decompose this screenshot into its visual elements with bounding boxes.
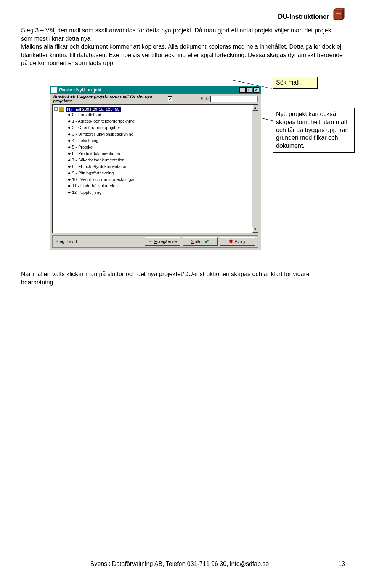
figure-area: Sök mall. Nytt projekt kan också skapas … xyxy=(21,77,345,263)
use-template-checkbox[interactable]: ✔ xyxy=(168,96,172,101)
close-button[interactable]: × xyxy=(253,87,259,93)
page-footer: Svensk Dataförvaltning AB, Telefon 031-7… xyxy=(21,558,345,567)
tree-item[interactable]: ◆0 - Försättsblad xyxy=(54,112,250,118)
tree-item[interactable]: ◆7 - Säkerhetsdokumentation xyxy=(54,157,250,163)
guide-window: 🛈 Guide - Nytt projekt _ □ × Använd ett … xyxy=(50,86,261,250)
search-input[interactable] xyxy=(210,96,258,102)
svg-rect-1 xyxy=(334,11,342,19)
footer-text: Svensk Dataförvaltning AB, Telefon 031-7… xyxy=(21,561,338,567)
window-titlebar: 🛈 Guide - Nytt projekt _ □ × xyxy=(50,86,261,94)
header-title: DU-Instruktioner xyxy=(278,13,329,21)
subheader-bar: Använd ett tidigare projekt som mall för… xyxy=(50,94,261,104)
tree-item[interactable]: ◆1 - Adress- och telefonförteckning xyxy=(54,118,250,125)
tree-item[interactable]: ◆5 - Protokoll xyxy=(54,144,250,150)
tree-panel: − Ny mall 2001.09.18, 123455 ◆0 - Försät… xyxy=(52,104,258,233)
scroll-up-icon[interactable]: ▲ xyxy=(252,105,258,111)
template-tree[interactable]: − Ny mall 2001.09.18, 123455 ◆0 - Försät… xyxy=(53,105,252,233)
x-icon: ✖ xyxy=(229,238,233,244)
tree-item[interactable]: ◆4 - Felsökning xyxy=(54,137,250,144)
search-label: Sök: xyxy=(201,96,209,101)
svg-rect-2 xyxy=(336,13,341,14)
callout-sok-mall: Sök mall. xyxy=(273,77,318,89)
tree-item[interactable]: ◆10 - Ventil- och rumsförteckningar xyxy=(54,176,250,183)
use-template-label: Använd ett tidigare projekt som mall för… xyxy=(53,94,166,103)
cancel-button[interactable]: ✖ Avbryt xyxy=(220,237,255,246)
tree-item[interactable]: ◆6 - Produktdokumentation xyxy=(54,150,250,157)
folder-icon xyxy=(59,107,64,112)
collapse-icon[interactable]: − xyxy=(54,107,58,111)
maximize-button[interactable]: □ xyxy=(246,87,252,93)
tree-item[interactable]: ◆2 - Orienterande uppgifter xyxy=(54,125,250,131)
paragraph-3: När mallen valts klickar man på slutför … xyxy=(21,270,345,286)
tree-root-label: Ny mall 2001.09.18, 123455 xyxy=(66,107,121,112)
arrow-left-icon: ← xyxy=(148,239,152,244)
paragraph-1: Steg 3 – Välj den mall som skall använda… xyxy=(21,26,345,67)
tree-item[interactable]: ◆8 - El- och Styrdokumentation xyxy=(54,163,250,170)
window-title: Guide - Nytt projekt xyxy=(59,87,101,93)
tree-item[interactable]: ◆9 - Ritningsförteckning xyxy=(54,170,250,176)
callout-nytt-projekt: Nytt projekt kan också skapas tomt helt … xyxy=(273,108,355,153)
check-icon: ✔ xyxy=(205,238,209,244)
tree-item[interactable]: ◆11 - Underhållsplanering xyxy=(54,183,250,189)
previous-button[interactable]: ← FFöregåendeöregående xyxy=(145,237,180,246)
minimize-button[interactable]: _ xyxy=(239,87,246,93)
page-header: DU-Instruktioner xyxy=(21,8,345,22)
finish-button[interactable]: Slutför ✔ xyxy=(183,237,218,246)
step-indicator: Steg 3 av 3 xyxy=(56,239,77,244)
page-number: 13 xyxy=(338,561,345,567)
tree-root[interactable]: − Ny mall 2001.09.18, 123455 xyxy=(54,107,250,112)
tree-item[interactable]: ◆3 - Driftkort Funktionsbeskrivning xyxy=(54,131,250,137)
app-icon: 🛈 xyxy=(51,87,57,93)
book-icon xyxy=(332,8,345,21)
button-bar: Steg 3 av 3 ← FFöregåendeöregående Slutf… xyxy=(52,235,258,248)
tree-item[interactable]: ◆12 - Uppföljning xyxy=(54,189,250,196)
scroll-down-icon[interactable]: ▼ xyxy=(252,227,258,233)
vertical-scrollbar[interactable]: ▲ ▼ xyxy=(252,105,258,233)
